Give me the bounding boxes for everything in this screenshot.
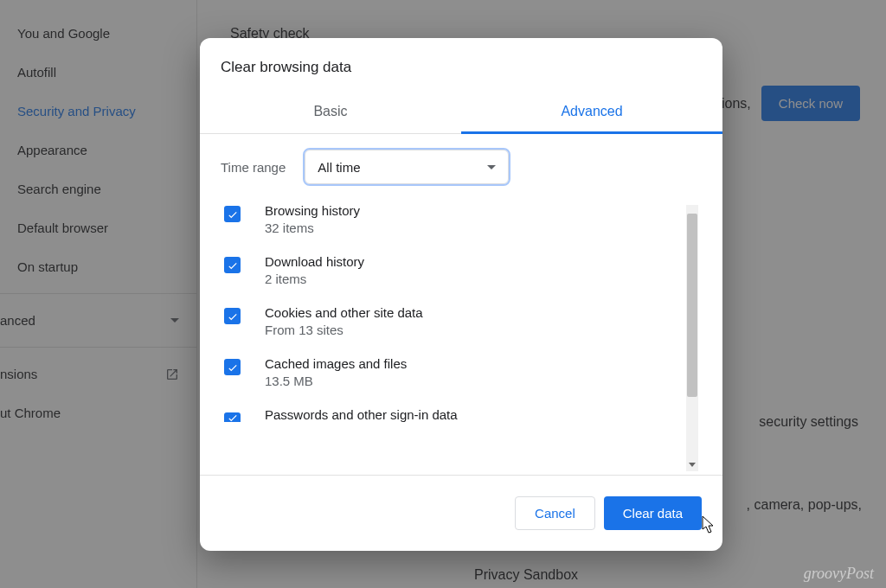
clear-item-cookies[interactable]: Cookies and other site data From 13 site… bbox=[221, 305, 702, 337]
clear-item-cached[interactable]: Cached images and files 13.5 MB bbox=[221, 356, 702, 388]
clear-item-download-history[interactable]: Download history 2 items bbox=[221, 254, 702, 286]
clear-item-sub: From 13 sites bbox=[265, 323, 423, 337]
clear-items-list: Browsing history 32 items Download histo… bbox=[221, 203, 702, 471]
checkbox-checked-icon[interactable] bbox=[224, 308, 241, 324]
mouse-cursor-icon bbox=[702, 515, 716, 534]
watermark-text: groovyPost bbox=[804, 565, 874, 583]
clear-item-title: Browsing history bbox=[265, 203, 360, 218]
checkbox-checked-icon[interactable] bbox=[224, 257, 241, 273]
tab-advanced[interactable]: Advanced bbox=[461, 92, 722, 133]
clear-item-passwords[interactable]: Passwords and other sign-in data bbox=[221, 407, 702, 425]
checkbox-checked-icon[interactable] bbox=[224, 412, 241, 422]
clear-item-title: Cookies and other site data bbox=[265, 305, 423, 320]
clear-browsing-data-dialog: Clear browsing data Basic Advanced Time … bbox=[200, 38, 722, 551]
scrollbar-track[interactable] bbox=[686, 205, 698, 471]
dialog-title: Clear browsing data bbox=[200, 38, 722, 92]
dialog-tabs: Basic Advanced bbox=[200, 92, 722, 134]
triangle-down-icon bbox=[689, 463, 696, 467]
time-range-label: Time range bbox=[221, 160, 286, 175]
clear-item-sub: 13.5 MB bbox=[265, 374, 407, 388]
clear-data-button[interactable]: Clear data bbox=[604, 496, 702, 530]
clear-item-browsing-history[interactable]: Browsing history 32 items bbox=[221, 203, 702, 235]
tab-basic[interactable]: Basic bbox=[200, 92, 461, 133]
scrollbar-down-button[interactable] bbox=[686, 457, 698, 471]
time-range-value: All time bbox=[318, 160, 360, 175]
clear-item-sub: 32 items bbox=[265, 220, 360, 235]
clear-item-title: Cached images and files bbox=[265, 356, 407, 371]
time-range-select[interactable]: All time bbox=[305, 150, 509, 184]
checkbox-checked-icon[interactable] bbox=[224, 206, 241, 222]
clear-item-title: Download history bbox=[265, 254, 364, 269]
chevron-down-icon bbox=[487, 165, 496, 169]
scrollbar-thumb[interactable] bbox=[687, 214, 697, 397]
clear-item-title: Passwords and other sign-in data bbox=[265, 407, 458, 422]
clear-item-sub: 2 items bbox=[265, 272, 364, 286]
checkbox-checked-icon[interactable] bbox=[224, 359, 241, 375]
cancel-button[interactable]: Cancel bbox=[515, 496, 595, 530]
